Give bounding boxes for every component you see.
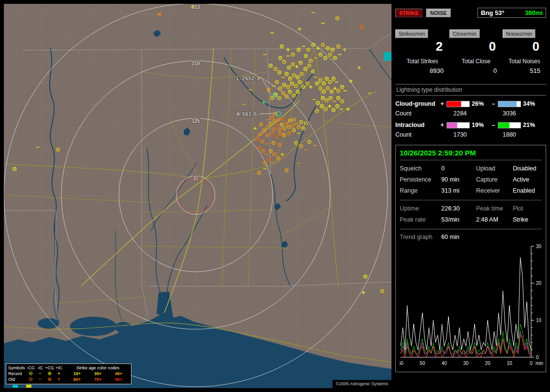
- indicator-chip-cyan: [13, 385, 18, 388]
- legend-symbols-label: Symbols: [8, 365, 26, 371]
- capture-value: Active: [513, 176, 542, 183]
- symbol-legend: Symbols -CG -IC +CG +IC Recent ⊖ − ⊕ + O…: [8, 365, 63, 382]
- legend-old-label: Old: [8, 377, 26, 382]
- strikes-per-min-value: 2: [395, 39, 449, 54]
- age-legend-title: Strike age color codes: [67, 365, 129, 371]
- receiver-label: Receiver: [476, 187, 513, 194]
- cg-plus-old-icon: ⊕: [44, 377, 55, 382]
- ic-count-row: Count 1730 1880: [395, 131, 546, 138]
- peak-time-value: 2:48 AM: [476, 216, 513, 223]
- uptime-label: Uptime: [400, 205, 441, 212]
- peak-rate-value: 53/min: [441, 216, 476, 223]
- copyright-text: ©2005 Astrogenic Systems: [333, 380, 391, 388]
- svg-text:L-2652-3: L-2652-3: [237, 76, 260, 81]
- svg-text:219: 219: [192, 61, 200, 66]
- svg-text:30: 30: [463, 361, 469, 366]
- upload-label: Upload: [476, 165, 513, 172]
- close-per-min-button[interactable]: Close/min: [449, 29, 480, 38]
- cloud-ground-label: Cloud-ground: [395, 100, 438, 107]
- indicator-chip-yellow: [26, 385, 31, 388]
- legend-recent-label: Recent: [8, 371, 26, 377]
- capture-label: Capture: [476, 176, 513, 183]
- noises-column: Noises/min 0 Total Noises 515: [503, 29, 546, 74]
- peak-rate-label: Peak rate: [400, 216, 441, 223]
- svg-text:30: 30: [536, 244, 542, 249]
- svg-text:40: 40: [441, 361, 447, 366]
- svg-text:0: 0: [536, 355, 539, 360]
- ic-plus-count: 1730: [453, 131, 503, 138]
- trend-graph-header: Trend graph 60 min: [400, 229, 542, 241]
- trend-window-value: 60 min: [441, 234, 542, 240]
- plot-value: Strike: [513, 216, 542, 223]
- lightning-map[interactable]: 31125219313L-2652-3A-561-6 Symbols -CG -…: [4, 4, 391, 388]
- svg-text:10: 10: [507, 361, 512, 366]
- squelch-value: 0: [441, 165, 476, 172]
- close-column: Close/min 0 Total Close 0: [449, 29, 503, 74]
- noises-per-min-button[interactable]: Noises/min: [503, 29, 536, 38]
- age-code-15+: 15+: [73, 371, 81, 377]
- age-code-45+: 45+: [115, 371, 122, 377]
- cg-minus-bar: [498, 101, 521, 107]
- persistence-label: Persistence: [400, 176, 441, 183]
- intracloud-row: Intracloud + 19% – 21%: [395, 122, 546, 128]
- minus-sign: –: [491, 122, 496, 128]
- age-color-legend: Strike age color codes 15+30+45+ 60+75+9…: [67, 365, 129, 382]
- distribution-title: Lightning type distribution: [395, 84, 546, 96]
- strikes-per-min-button[interactable]: Strikes/min: [395, 29, 428, 38]
- map-legend: Symbols -CG -IC +CG +IC Recent ⊖ − ⊕ + O…: [6, 364, 131, 384]
- age-code-90+: 90+: [115, 377, 122, 382]
- edge-marker: [384, 52, 391, 61]
- ic-plus-bar-fill: [447, 123, 457, 128]
- bearing-range: 380mi: [525, 9, 543, 16]
- cg-plus-bar-fill: [447, 101, 461, 107]
- squelch-label: Squelch: [400, 165, 441, 172]
- plus-sign: +: [440, 122, 445, 128]
- ic-minus-pct: 21%: [523, 122, 540, 128]
- age-row-1: 15+30+45+: [67, 371, 129, 377]
- cg-plus-icon: ⊕: [44, 371, 55, 377]
- svg-text:A-561-6: A-561-6: [236, 112, 257, 117]
- trend-graph: 30201006050403020100min: [400, 243, 544, 368]
- legend-col-ic-minus: -IC: [36, 365, 44, 371]
- cg-count-label: Count: [395, 110, 453, 117]
- cg-count-row: Count 2284 3036: [395, 110, 546, 117]
- legend-col-cg-plus: +CG: [44, 365, 55, 371]
- plot-label: Plot: [513, 205, 542, 212]
- total-noises-label: Total Noises: [503, 58, 546, 65]
- persistence-value: 90 min: [441, 176, 476, 183]
- total-close-value: 0: [449, 67, 503, 74]
- age-code-30+: 30+: [94, 371, 101, 377]
- ic-plus-old-icon: +: [55, 377, 63, 382]
- cg-minus-count: 3036: [503, 110, 516, 117]
- intracloud-label: Intracloud: [395, 122, 438, 128]
- ic-minus-old-icon: −: [36, 377, 44, 382]
- noises-per-min-value: 0: [503, 39, 546, 54]
- lake-pontchartrain: [70, 317, 116, 336]
- bearing-label: Bng 53°: [481, 9, 505, 16]
- receiver-status-grid: Squelch 0 Upload Disabled Persistence 90…: [400, 160, 542, 200]
- rates-section: Strikes/min 2 Total Strikes 8930 Close/m…: [395, 29, 546, 74]
- uptime-value: 226:30: [441, 205, 476, 212]
- svg-text:50: 50: [420, 361, 425, 366]
- noise-button[interactable]: NOISE: [426, 9, 450, 17]
- lake: [38, 318, 59, 329]
- plus-sign: +: [440, 100, 445, 107]
- cg-minus-bar-fill: [498, 101, 517, 107]
- range-value: 313 mi: [441, 187, 476, 194]
- map-canvas[interactable]: 31125219313L-2652-3A-561-6: [4, 4, 391, 388]
- ic-plus-pct: 19%: [472, 122, 489, 128]
- svg-text:20: 20: [485, 361, 491, 366]
- cloud-ground-row: Cloud-ground + 26% – 34%: [395, 100, 546, 107]
- ic-minus-icon: −: [36, 371, 44, 377]
- upload-value: Disabled: [513, 165, 542, 172]
- legend-col-ic-plus: +IC: [55, 365, 63, 371]
- svg-text:20: 20: [536, 280, 542, 286]
- status-panel: STRIKE NOISE Bng 53° 380mi Strikes/min 2…: [395, 4, 546, 388]
- ic-minus-bar: [498, 122, 521, 128]
- strike-button[interactable]: STRIKE: [395, 9, 422, 17]
- total-strikes-label: Total Strikes: [395, 58, 449, 65]
- ic-plus-icon: +: [55, 371, 63, 377]
- trend-graph-label: Trend graph: [400, 234, 441, 240]
- total-strikes-value: 8930: [395, 67, 449, 74]
- legend-col-cg-minus: -CG: [26, 365, 36, 371]
